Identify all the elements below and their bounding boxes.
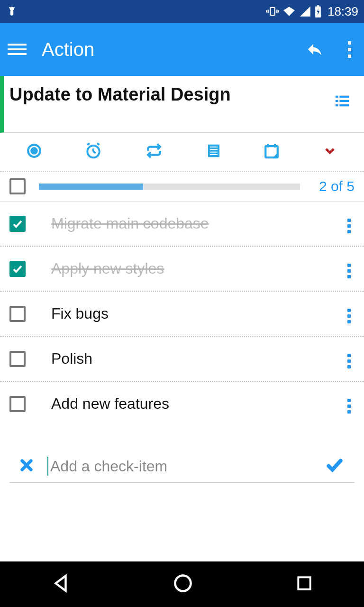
check-item: Fix bugs bbox=[0, 292, 364, 337]
svg-rect-4 bbox=[270, 8, 274, 15]
item-checkbox[interactable] bbox=[9, 306, 26, 322]
svg-rect-11 bbox=[336, 96, 338, 98]
reply-icon[interactable] bbox=[304, 40, 325, 58]
android-debug-icon bbox=[6, 4, 18, 18]
task-header: Update to Material Design bbox=[0, 76, 364, 133]
svg-point-0 bbox=[10, 7, 14, 11]
item-overflow-icon[interactable] bbox=[344, 215, 355, 237]
item-overflow-icon[interactable] bbox=[344, 350, 355, 372]
item-overflow-icon[interactable] bbox=[344, 305, 355, 327]
item-label[interactable]: Fix bugs bbox=[51, 305, 318, 322]
check-item-list: Migrate main codebaseApply new stylesFix… bbox=[0, 202, 364, 426]
master-checkbox[interactable] bbox=[9, 178, 26, 194]
alarm-icon[interactable] bbox=[80, 137, 107, 166]
item-checkbox[interactable] bbox=[9, 351, 26, 367]
menu-icon[interactable] bbox=[8, 39, 28, 60]
app-bar: Action bbox=[0, 23, 364, 76]
svg-point-18 bbox=[31, 148, 36, 153]
svg-line-3 bbox=[13, 7, 14, 8]
wifi-icon bbox=[282, 5, 296, 18]
item-label[interactable]: Apply new styles bbox=[51, 260, 318, 277]
vibrate-icon bbox=[266, 5, 279, 18]
svg-rect-24 bbox=[208, 145, 219, 157]
home-button[interactable] bbox=[165, 565, 201, 603]
progress-row: 2 of 5 bbox=[0, 172, 364, 202]
item-checkbox[interactable] bbox=[9, 261, 26, 277]
svg-rect-14 bbox=[339, 100, 349, 102]
svg-rect-15 bbox=[336, 104, 338, 106]
progress-label: 2 of 5 bbox=[319, 178, 355, 194]
calendar-icon[interactable] bbox=[259, 138, 284, 166]
item-label[interactable]: Polish bbox=[51, 350, 318, 368]
android-nav-bar bbox=[0, 561, 364, 607]
task-title[interactable]: Update to Material Design bbox=[9, 84, 329, 105]
meta-toolbar bbox=[0, 133, 364, 172]
close-icon[interactable] bbox=[19, 458, 34, 475]
check-item: Add new features bbox=[0, 382, 364, 426]
svg-rect-35 bbox=[298, 577, 310, 589]
svg-line-23 bbox=[97, 143, 100, 145]
repeat-icon[interactable] bbox=[140, 138, 168, 166]
add-item-input[interactable] bbox=[47, 457, 311, 476]
status-time: 18:39 bbox=[328, 4, 358, 19]
chevron-down-icon[interactable] bbox=[317, 140, 343, 163]
target-icon[interactable] bbox=[21, 138, 47, 166]
notes-icon[interactable] bbox=[201, 138, 226, 166]
check-item: Apply new styles bbox=[0, 247, 364, 292]
svg-rect-13 bbox=[336, 100, 338, 102]
overflow-menu-icon[interactable] bbox=[342, 37, 356, 63]
back-button[interactable] bbox=[43, 566, 78, 603]
check-item: Migrate main codebase bbox=[0, 202, 364, 247]
svg-line-22 bbox=[87, 143, 90, 145]
svg-rect-16 bbox=[339, 104, 349, 106]
add-item-row bbox=[9, 442, 355, 483]
item-label[interactable]: Migrate main codebase bbox=[51, 215, 318, 232]
app-title: Action bbox=[42, 39, 304, 60]
item-overflow-icon[interactable] bbox=[344, 395, 355, 417]
svg-rect-12 bbox=[339, 96, 349, 98]
item-overflow-icon[interactable] bbox=[344, 260, 355, 282]
item-checkbox[interactable] bbox=[9, 396, 26, 412]
confirm-icon[interactable] bbox=[324, 456, 345, 476]
check-item: Polish bbox=[0, 337, 364, 382]
status-bar: 18:39 bbox=[0, 0, 364, 23]
svg-rect-1 bbox=[10, 10, 14, 16]
item-label[interactable]: Add new features bbox=[51, 395, 318, 413]
svg-point-34 bbox=[175, 576, 191, 591]
recent-apps-button[interactable] bbox=[288, 567, 321, 602]
svg-line-2 bbox=[9, 7, 10, 8]
svg-line-21 bbox=[93, 152, 96, 153]
svg-rect-10 bbox=[317, 5, 319, 7]
progress-bar bbox=[39, 184, 300, 190]
checklist-toggle-icon[interactable] bbox=[329, 89, 355, 115]
battery-charging-icon bbox=[314, 5, 322, 18]
cell-signal-icon bbox=[299, 5, 311, 18]
item-checkbox[interactable] bbox=[9, 216, 26, 232]
